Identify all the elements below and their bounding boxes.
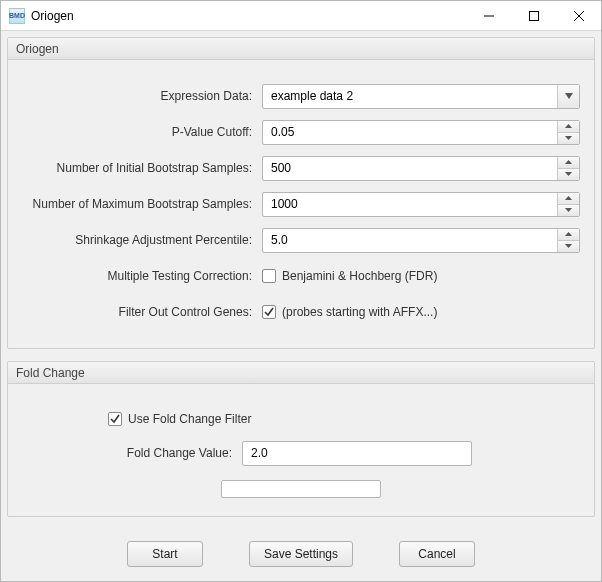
svg-marker-6	[565, 136, 572, 140]
fold-change-group: Fold Change Use Fold Change Filter Fold …	[7, 361, 595, 517]
client-area: Oriogen Expression Data: example data 2	[1, 31, 601, 581]
expression-data-label: Expression Data:	[22, 89, 262, 103]
init-bootstrap-value: 500	[263, 161, 557, 175]
expression-data-value: example data 2	[263, 89, 557, 103]
shrinkage-label: Shrinkage Adjustment Percentile:	[22, 233, 262, 247]
svg-rect-1	[529, 11, 538, 20]
svg-marker-8	[565, 172, 572, 176]
oriogen-group-title: Oriogen	[8, 38, 594, 60]
spin-up-icon[interactable]	[558, 193, 579, 205]
titlebar: BMD Oriogen	[1, 1, 601, 31]
mtc-text: Benjamini & Hochberg (FDR)	[282, 269, 437, 283]
save-settings-button-label: Save Settings	[264, 547, 338, 561]
filter-ctrl-checkbox[interactable]	[262, 305, 276, 319]
expression-data-combo[interactable]: example data 2	[262, 84, 580, 109]
pvalue-cutoff-value: 0.05	[263, 125, 557, 139]
pvalue-cutoff-spinner[interactable]: 0.05	[262, 120, 580, 145]
cancel-button[interactable]: Cancel	[399, 541, 475, 567]
shrinkage-spinner[interactable]: 5.0	[262, 228, 580, 253]
close-button[interactable]	[556, 1, 601, 30]
cancel-button-label: Cancel	[418, 547, 455, 561]
progress-bar	[221, 480, 381, 498]
svg-marker-12	[565, 244, 572, 248]
app-icon: BMD	[9, 8, 25, 24]
use-fold-change-checkbox[interactable]	[108, 412, 122, 426]
max-bootstrap-spinner[interactable]: 1000	[262, 192, 580, 217]
init-bootstrap-spinner[interactable]: 500	[262, 156, 580, 181]
init-bootstrap-label: Number of Initial Bootstrap Samples:	[22, 161, 262, 175]
fold-change-value-input[interactable]: 2.0	[242, 441, 472, 466]
spin-down-icon[interactable]	[558, 169, 579, 180]
spin-up-icon[interactable]	[558, 229, 579, 241]
button-bar: Start Save Settings Cancel	[7, 529, 595, 573]
spin-down-icon[interactable]	[558, 241, 579, 252]
oriogen-window: BMD Oriogen Oriogen Expression Data:	[0, 0, 602, 582]
mtc-label: Multiple Testing Correction:	[22, 269, 262, 283]
svg-marker-4	[565, 93, 573, 99]
mtc-checkbox[interactable]	[262, 269, 276, 283]
filter-ctrl-text: (probes starting with AFFX...)	[282, 305, 437, 319]
oriogen-group: Oriogen Expression Data: example data 2	[7, 37, 595, 349]
svg-marker-5	[565, 124, 572, 128]
max-bootstrap-label: Number of Maximum Bootstrap Samples:	[22, 197, 262, 211]
max-bootstrap-value: 1000	[263, 197, 557, 211]
svg-marker-7	[565, 160, 572, 164]
fold-change-group-title: Fold Change	[8, 362, 594, 384]
fold-change-value-label: Fold Change Value:	[108, 446, 242, 460]
start-button[interactable]: Start	[127, 541, 203, 567]
maximize-button[interactable]	[511, 1, 556, 30]
fold-change-value: 2.0	[243, 446, 471, 460]
svg-marker-10	[565, 208, 572, 212]
minimize-button[interactable]	[466, 1, 511, 30]
save-settings-button[interactable]: Save Settings	[249, 541, 353, 567]
window-title: Oriogen	[31, 9, 466, 23]
shrinkage-value: 5.0	[263, 233, 557, 247]
svg-marker-9	[565, 196, 572, 200]
spin-down-icon[interactable]	[558, 133, 579, 144]
spin-up-icon[interactable]	[558, 121, 579, 133]
spin-down-icon[interactable]	[558, 205, 579, 216]
window-controls	[466, 1, 601, 30]
use-fold-change-text: Use Fold Change Filter	[128, 412, 251, 426]
dropdown-icon[interactable]	[557, 85, 579, 108]
start-button-label: Start	[152, 547, 177, 561]
svg-marker-11	[565, 232, 572, 236]
filter-ctrl-label: Filter Out Control Genes:	[22, 305, 262, 319]
pvalue-cutoff-label: P-Value Cutoff:	[22, 125, 262, 139]
spin-up-icon[interactable]	[558, 157, 579, 169]
